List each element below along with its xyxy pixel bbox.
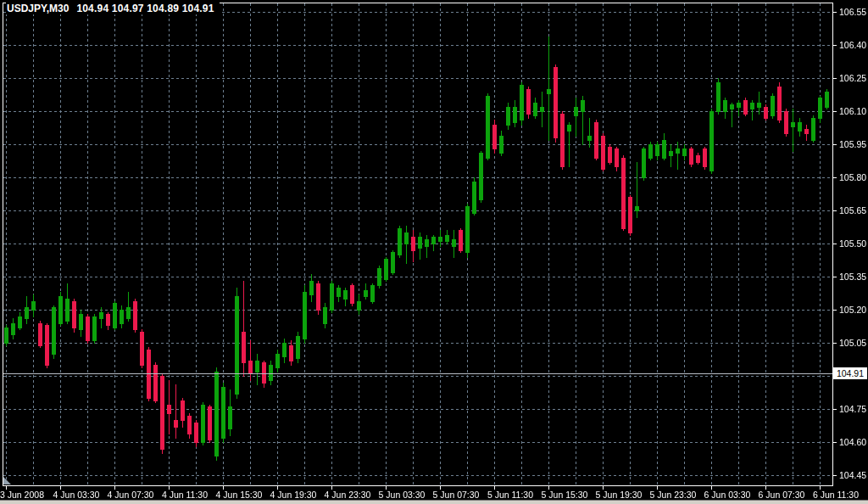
price-axis-label: 105.65: [839, 205, 866, 216]
price-axis-label: 106.25: [839, 73, 866, 83]
bid-price-tag: 104.91: [833, 367, 867, 379]
price-chart-canvas[interactable]: [0, 0, 868, 504]
price-axis-label: 105.50: [839, 238, 866, 249]
price-axis-label: 104.75: [839, 404, 866, 414]
window-bottom-edge: [0, 500, 868, 504]
price-axis-label: 104.60: [839, 437, 866, 447]
mt4-chart-window: USDJPY,M30104.94 104.97 104.89 104.91 10…: [0, 0, 868, 504]
bid-price-label: 104.91: [837, 368, 864, 378]
chart-title: USDJPY,M30104.94 104.97 104.89 104.91: [6, 3, 220, 14]
symbol-period-label: USDJPY,M30: [7, 3, 69, 14]
price-axis-label: 106.10: [839, 106, 866, 116]
price-axis-label: 106.55: [839, 7, 866, 17]
time-axis-label: 6 Jun 11:30: [798, 490, 868, 500]
ohlc-readout: 104.94 104.97 104.89 104.91: [76, 3, 214, 14]
price-axis-label: 106.40: [839, 40, 866, 50]
price-axis-label: 105.05: [839, 338, 866, 348]
price-axis-label: 105.35: [839, 272, 866, 282]
price-axis-label: 105.95: [839, 139, 866, 149]
price-axis-label: 105.20: [839, 305, 866, 315]
price-axis-label: 105.80: [839, 172, 866, 182]
price-axis-label: 104.45: [839, 470, 866, 480]
quick-navigation-triangle[interactable]: [3, 477, 12, 485]
